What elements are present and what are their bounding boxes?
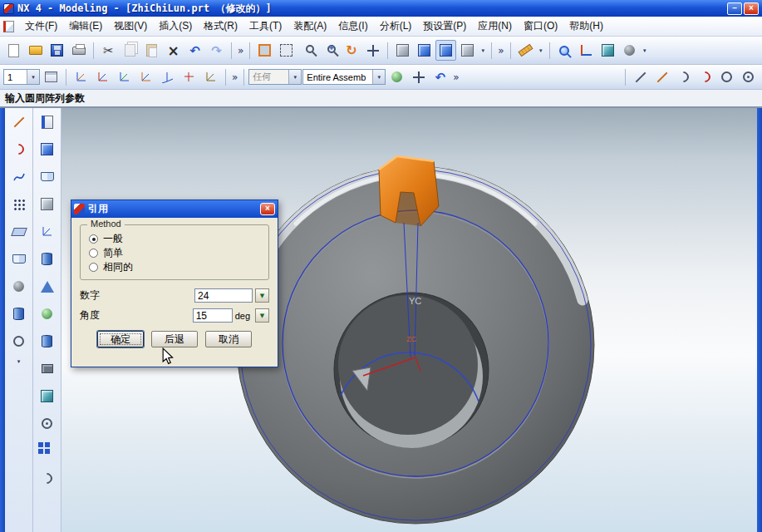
groove-feature-icon[interactable] [37,413,57,434]
studio-view-icon[interactable] [457,40,478,61]
menu-analysis[interactable]: 分析(L) [374,17,418,36]
render-dropdown-arrow[interactable]: ▾ [641,47,649,54]
work-layer-combo[interactable]: 1▾ [3,69,40,85]
menu-edit[interactable]: 编辑(E) [63,17,108,36]
ok-button[interactable]: 确定 [97,331,144,347]
ruler-dropdown-arrow[interactable]: ▾ [537,47,545,54]
wcs-origin-icon[interactable] [92,66,113,87]
history-icon[interactable] [37,111,57,132]
cancel-button[interactable]: 取消 [205,331,252,347]
point-pattern-icon[interactable] [8,194,29,214]
angle-input[interactable] [193,308,233,323]
block-icon[interactable] [37,194,57,214]
radio-simple-icon[interactable] [89,249,98,258]
copy-icon[interactable] [120,40,140,61]
title-bar[interactable]: NX 4 - Modeling - [ZhiChiLun.prt （修改的）] … [0,0,762,17]
view-dropdown-arrow[interactable]: ▾ [479,47,487,54]
spline-tool-icon[interactable] [8,166,29,187]
zoom-window-icon[interactable] [276,40,297,61]
datum-plane-icon[interactable] [8,221,29,242]
undo-icon[interactable]: ↶ [184,40,205,61]
redo-icon[interactable]: ↷ [206,40,227,61]
menu-insert[interactable]: 插入(S) [153,17,198,36]
menu-window[interactable]: 窗口(O) [518,17,563,36]
magnify-region-icon[interactable] [554,40,575,61]
arc-draw-icon[interactable] [673,66,694,87]
fit-view-icon[interactable] [254,40,275,61]
cylinder-tool-icon[interactable] [8,303,29,324]
rotate-view-icon[interactable]: ↻ [341,40,361,61]
pan-icon[interactable] [362,40,383,61]
wcs-orient-icon[interactable] [135,66,156,87]
csys-constructor-icon[interactable] [157,66,178,87]
line-draw-icon[interactable] [630,66,651,87]
snap-point-icon[interactable] [386,66,407,87]
instance-feature-icon[interactable] [37,441,57,461]
pad-feature-icon[interactable] [37,386,57,406]
datum-csys-icon[interactable] [37,221,57,242]
shaded-edges-view-icon[interactable] [435,40,456,61]
polyline-draw-icon[interactable] [651,66,672,87]
back-button[interactable]: 后退 [151,331,198,347]
radio-identical-icon[interactable] [89,263,98,272]
wcs-rotate-icon[interactable] [114,66,135,87]
selection-scope-dropdown[interactable]: Entire Assemb▾ [302,69,386,85]
dialog-title-bar[interactable]: 引用 × [71,200,278,218]
new-file-icon[interactable] [3,40,24,61]
cut-icon[interactable]: ✂ [98,40,119,61]
material-view-icon[interactable] [619,40,640,61]
line-tool-icon[interactable] [8,111,29,132]
boss-feature-icon[interactable] [37,331,57,352]
sphere-tool-icon[interactable] [8,276,29,297]
more-tools-arrow[interactable]: ▾ [15,358,23,365]
menu-preferences[interactable]: 预设置(P) [417,17,472,36]
toolbar-overflow-icon[interactable]: » [236,45,245,57]
wcs-display-icon[interactable] [200,66,221,87]
menu-application[interactable]: 应用(N) [472,17,518,36]
fillet-draw-icon[interactable] [695,66,715,87]
sphere-feature-icon[interactable] [37,303,57,324]
menu-information[interactable]: 信息(I) [332,17,373,36]
save-icon[interactable] [47,40,67,61]
graphics-viewport[interactable]: YC ZC 引用 × Method 一般 [61,108,757,532]
arc-tool-icon[interactable] [8,139,29,160]
sketch-icon[interactable] [8,249,29,269]
method-option-general[interactable]: 一般 [89,232,260,246]
selection-filter-dropdown[interactable]: 任何▾ [248,69,302,85]
ruler-icon[interactable] [515,40,536,61]
dialog-close-button[interactable]: × [260,203,275,215]
reset-orientation-icon[interactable]: ↶ [430,66,450,87]
cone-feature-icon[interactable] [37,276,57,297]
cylinder-feature-icon[interactable] [37,249,57,269]
measure-icon[interactable] [576,40,597,61]
extrude-icon[interactable] [37,139,57,160]
menu-file[interactable]: 文件(F) [19,17,63,36]
wcs-dynamics-icon[interactable] [71,66,91,87]
method-option-identical[interactable]: 相同的 [89,260,260,274]
selection-overflow-icon[interactable]: » [451,71,460,83]
angle-spin-button[interactable]: ▼ [255,308,269,323]
menu-view[interactable]: 视图(V) [108,17,153,36]
layer-settings-icon[interactable] [41,66,61,87]
hole-tool-icon[interactable] [8,331,29,352]
method-option-simple[interactable]: 简单 [89,246,260,260]
menu-help[interactable]: 帮助(H) [563,17,609,36]
radio-general-icon[interactable] [89,234,98,244]
sketchbook-icon[interactable] [37,166,57,187]
zoom-in-icon[interactable] [319,40,340,61]
thread-feature-icon[interactable] [37,468,57,489]
circle-center-draw-icon[interactable] [738,66,759,87]
view-overflow-icon[interactable]: » [496,45,505,57]
paste-icon[interactable] [141,40,162,61]
shaded-view-icon[interactable] [414,40,435,61]
select-all-icon[interactable] [408,66,429,87]
circle-draw-icon[interactable] [716,66,737,87]
open-file-icon[interactable] [25,40,46,61]
point-constructor-icon[interactable] [179,66,199,87]
delete-icon[interactable]: × [163,40,184,61]
menu-tools[interactable]: 工具(T) [243,17,288,36]
menu-format[interactable]: 格式(R) [198,17,243,36]
minimize-button[interactable]: – [727,2,742,15]
number-spin-button[interactable]: ▼ [255,288,269,303]
wcs-overflow-icon[interactable]: » [230,71,239,83]
